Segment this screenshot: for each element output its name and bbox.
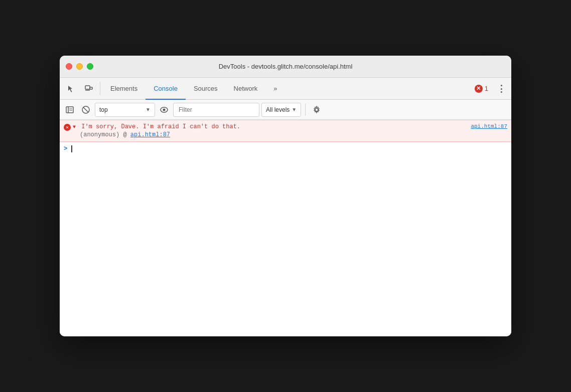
tabs-right: ✕ 1 ⋮	[470, 78, 509, 99]
error-badge[interactable]: ✕ 1	[470, 85, 493, 93]
close-button[interactable]	[66, 63, 72, 70]
error-message-line: ▼ I'm sorry, Dave. I'm afraid I can't do…	[73, 123, 240, 130]
svg-line-8	[83, 107, 88, 112]
error-circle-icon: ✕	[64, 124, 71, 131]
title-bar: DevTools - devtools.glitch.me/console/ap…	[60, 56, 511, 78]
error-content: ▼ I'm sorry, Dave. I'm afraid I can't do…	[73, 123, 507, 138]
eye-button[interactable]	[157, 103, 171, 117]
tab-divider	[100, 82, 100, 95]
console-settings-button[interactable]	[310, 103, 324, 117]
gear-icon	[313, 106, 321, 114]
clear-icon	[82, 106, 90, 114]
svg-rect-1	[90, 87, 92, 89]
tab-elements[interactable]: Elements	[102, 78, 146, 100]
tabs-bar: Elements Console Sources Network » ✕ 1 ⋮	[60, 78, 511, 100]
svg-rect-3	[66, 107, 73, 113]
inspector-icon-button[interactable]	[62, 78, 80, 99]
expand-triangle-icon[interactable]: ▼	[73, 124, 76, 130]
tab-console[interactable]: Console	[146, 78, 186, 100]
sidebar-icon	[66, 106, 74, 113]
tab-sources[interactable]: Sources	[186, 78, 226, 100]
error-main-line: ▼ I'm sorry, Dave. I'm afraid I can't do…	[73, 123, 507, 130]
error-message: I'm sorry, Dave. I'm afraid I can't do t…	[81, 123, 240, 130]
tab-network[interactable]: Network	[226, 78, 266, 100]
window-title: DevTools - devtools.glitch.me/console/ap…	[219, 63, 353, 70]
context-selector[interactable]: top ▼	[95, 103, 155, 117]
svg-point-10	[163, 108, 166, 111]
minimize-button[interactable]	[76, 63, 83, 70]
device-icon	[85, 85, 93, 93]
console-content: ✕ ▼ I'm sorry, Dave. I'm afraid I can't …	[60, 120, 511, 336]
error-badge-icon: ✕	[475, 85, 483, 93]
device-toggle-button[interactable]	[80, 78, 98, 99]
maximize-button[interactable]	[87, 63, 93, 70]
error-stack-trace: (anonymous) @ api.html:87	[73, 131, 507, 138]
more-menu-button[interactable]: ⋮	[493, 83, 509, 94]
devtools-window: DevTools - devtools.glitch.me/console/ap…	[60, 56, 511, 336]
stack-link[interactable]: api.html:87	[130, 131, 170, 138]
console-cursor	[71, 145, 72, 152]
log-level-selector[interactable]: All levels ▼	[261, 103, 301, 117]
context-dropdown-icon: ▼	[146, 107, 151, 112]
stack-text: (anonymous) @	[80, 131, 130, 138]
error-source-link[interactable]: api.html:87	[471, 123, 507, 129]
cursor-icon	[67, 85, 75, 93]
eye-icon	[160, 107, 168, 113]
tab-more[interactable]: »	[265, 78, 285, 100]
svg-rect-0	[85, 86, 90, 89]
console-error-row: ✕ ▼ I'm sorry, Dave. I'm afraid I can't …	[60, 120, 511, 142]
clear-console-button[interactable]	[79, 103, 93, 117]
sidebar-toggle-button[interactable]	[63, 103, 77, 117]
filter-input[interactable]	[173, 103, 259, 117]
error-icon-cell: ✕	[64, 123, 71, 131]
level-dropdown-icon: ▼	[292, 107, 297, 112]
traffic-lights	[66, 63, 93, 70]
svg-point-11	[315, 108, 318, 111]
console-toolbar: top ▼ All levels ▼	[60, 100, 511, 120]
toolbar-divider	[305, 104, 306, 116]
console-input-row: >	[60, 142, 511, 155]
console-prompt: >	[64, 145, 67, 152]
